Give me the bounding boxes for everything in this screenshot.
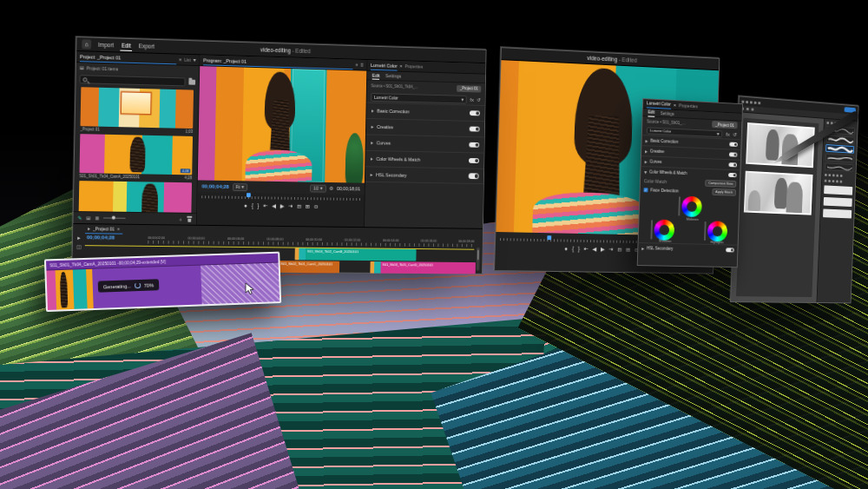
grid-view-icon[interactable]: ⊞	[86, 215, 90, 221]
subtab-settings[interactable]: Settings	[661, 109, 674, 117]
subtab-edit[interactable]: Edit	[372, 71, 380, 80]
go-to-in-icon[interactable]: ⇤	[263, 203, 267, 208]
storyboard-frame-2[interactable]	[744, 171, 813, 215]
shadows-wheel[interactable]	[654, 220, 674, 241]
brush-preset-selected[interactable]	[825, 144, 854, 154]
timeline-scrollbar[interactable]	[477, 248, 480, 271]
section-toggle[interactable]	[728, 162, 737, 167]
mark-out-icon[interactable]: }	[257, 203, 259, 208]
clip-thumbnail[interactable]: 4;28	[79, 134, 193, 175]
zoom-level-dropdown[interactable]: Fit ▾	[233, 183, 247, 191]
list-item[interactable]: _Project 01 1;03	[80, 87, 194, 134]
step-back-icon[interactable]: ◀	[592, 247, 596, 252]
brush-tool-icon[interactable]	[831, 122, 833, 124]
trash-icon[interactable]	[187, 216, 192, 222]
razor-tool-icon[interactable]: ◫	[76, 244, 82, 249]
swatch[interactable]	[825, 174, 827, 176]
brush-tool-icon[interactable]	[826, 122, 829, 124]
list-view-icon[interactable]: ≣	[95, 215, 99, 221]
storyboard-canvas[interactable]	[731, 112, 824, 302]
timeline-timecode[interactable]: 00;00;04;28	[87, 235, 115, 240]
section-toggle[interactable]	[729, 152, 738, 156]
playhead[interactable]	[247, 193, 251, 197]
subtab-settings[interactable]: Settings	[385, 72, 402, 80]
grid-icon[interactable]: ⊞	[80, 65, 84, 70]
section-toggle[interactable]	[469, 158, 479, 163]
tool-icon[interactable]	[746, 100, 748, 102]
layer-thumbnail[interactable]	[824, 197, 852, 207]
close-icon[interactable]: ×	[674, 102, 677, 108]
brush-preset[interactable]	[826, 126, 855, 135]
layer-thumbnail[interactable]	[823, 208, 852, 218]
target-chip[interactable]: _Project 01	[457, 85, 481, 92]
highlights-slider[interactable]	[704, 221, 707, 241]
mark-in-icon[interactable]: {	[252, 203, 253, 208]
close-icon[interactable]: ×	[399, 63, 402, 69]
resolution-dropdown[interactable]: 1/2 ▾	[310, 184, 326, 192]
swatch[interactable]	[836, 180, 838, 182]
layer-thumbnail[interactable]	[824, 185, 852, 195]
go-to-out-icon[interactable]: ⇥	[608, 248, 613, 253]
clip-thumbnail[interactable]	[81, 87, 194, 129]
timeline-tab[interactable]: ▸ _Project 01 ×	[85, 224, 122, 234]
swatch[interactable]	[832, 174, 835, 176]
view-mode-button[interactable]: List	[184, 57, 191, 63]
shadows-slider[interactable]	[650, 220, 653, 239]
tab-properties[interactable]: Properties	[679, 102, 698, 109]
close-icon[interactable]: ×	[355, 63, 358, 68]
folder-icon[interactable]	[188, 80, 195, 85]
section-toggle[interactable]	[729, 142, 738, 147]
mark-in-icon[interactable]: {	[572, 247, 574, 252]
tab-lumetri-color[interactable]: Lumetri Color	[371, 61, 398, 71]
swatch[interactable]	[825, 180, 827, 182]
section-toggle[interactable]	[469, 142, 479, 148]
close-icon[interactable]: ×	[179, 57, 182, 63]
option-icon[interactable]	[751, 108, 753, 110]
reset-icon[interactable]: ↺	[477, 97, 481, 102]
reset-icon[interactable]: ↺	[733, 132, 737, 137]
thumbnail-size-slider[interactable]	[103, 217, 125, 219]
swatch[interactable]	[828, 180, 831, 182]
tool-icon[interactable]	[741, 100, 744, 102]
comparison-view-button[interactable]: Comparison View	[705, 180, 736, 188]
tab-properties[interactable]: Properties	[404, 63, 423, 69]
tool-icon[interactable]	[758, 102, 760, 104]
selection-tool-icon[interactable]: ►	[76, 235, 82, 241]
section-hsl-secondary[interactable]: ▸ HSL Secondary	[365, 166, 483, 184]
extract-icon[interactable]: ⊞	[626, 248, 630, 253]
section-toggle[interactable]	[470, 110, 480, 116]
timeline-clip-pink[interactable]: S01_Sh03_Tk05_CamD_20250101	[370, 261, 476, 274]
brush-tool-icon[interactable]	[834, 122, 837, 125]
section-toggle[interactable]	[728, 173, 737, 177]
highlights-wheel[interactable]	[707, 221, 728, 241]
swatch[interactable]	[832, 180, 835, 182]
step-back-icon[interactable]: ◀	[272, 204, 276, 209]
settings-wrench-icon[interactable]: ⚙	[329, 186, 333, 191]
apply-match-button[interactable]: Apply Match	[712, 188, 736, 196]
timeline-clip-teal[interactable]: S01_Sh04_Tk02_CamB_20250101	[295, 248, 417, 261]
menu-edit[interactable]: Edit	[121, 40, 132, 50]
target-chip[interactable]: _Project 01	[712, 121, 737, 129]
brush-preset[interactable]	[825, 154, 854, 163]
swatch[interactable]	[836, 175, 838, 177]
option-icon[interactable]	[746, 108, 749, 110]
go-to-in-icon[interactable]: ⇤	[584, 247, 589, 252]
export-frame-icon[interactable]: ⊙	[314, 204, 319, 209]
section-toggle[interactable]	[469, 174, 479, 179]
menu-export[interactable]: Export	[138, 41, 155, 51]
home-icon[interactable]: ⌂	[82, 39, 91, 49]
section-toggle[interactable]	[726, 248, 734, 252]
panel-menu-icon[interactable]: ≡	[360, 63, 363, 68]
add-marker-icon[interactable]: ●	[244, 203, 247, 208]
search-field[interactable]	[79, 75, 185, 86]
storyboard-frame-1[interactable]	[746, 122, 815, 168]
new-item-icon[interactable]: ＋	[178, 216, 183, 221]
extract-icon[interactable]: ⊞	[306, 204, 310, 209]
mark-out-icon[interactable]: }	[578, 247, 580, 252]
chevron-down-icon[interactable]: ▾	[194, 57, 196, 63]
fx-badge-icon[interactable]: fx	[470, 96, 474, 102]
list-item[interactable]: 4;28 S01_Sh01_Tk04_CamA_20250101 4;28	[79, 134, 193, 180]
lift-icon[interactable]: ⊟	[617, 248, 621, 253]
list-item[interactable]: 1;18 S01_Sh04_Tk02_CamB_20250101 1;18	[78, 181, 192, 213]
swatch[interactable]	[828, 174, 831, 176]
